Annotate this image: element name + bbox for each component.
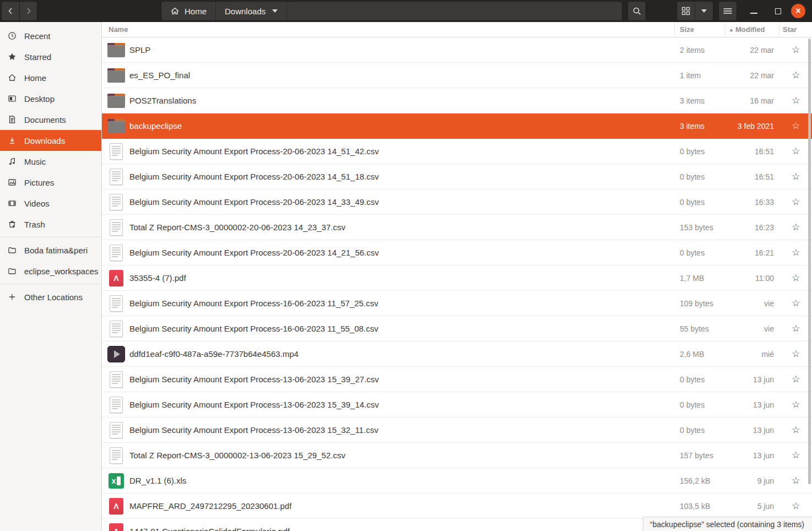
sidebar-item-label: Downloads [24, 136, 65, 145]
file-row[interactable]: Belgium Security Amount Export Process-1… [102, 291, 812, 316]
sidebar-item-videos[interactable]: Videos [0, 193, 101, 214]
star-toggle-icon[interactable]: ☆ [792, 197, 800, 207]
sidebar-item-boda-fatima-peri[interactable]: Boda fatima&peri [0, 240, 101, 261]
file-row[interactable]: Belgium Security Amount Export Process-1… [102, 367, 812, 392]
star-toggle-icon[interactable]: ☆ [792, 146, 800, 156]
sidebar-item-label: Trash [24, 220, 45, 229]
file-row[interactable]: Belgium Security Amount Export Process-2… [102, 240, 812, 266]
forward-button[interactable] [19, 1, 37, 21]
file-size: 0 bytes [675, 375, 726, 384]
file-row[interactable]: Total Z Report-CMS-3_0000002-20-06-2023 … [102, 215, 812, 240]
star-toggle-icon[interactable]: ☆ [792, 374, 800, 384]
file-row[interactable]: SPLP2 items22 mar☆ [102, 37, 812, 63]
file-row[interactable]: Total Z Report-CMS-3_0000002-13-06-2023 … [102, 443, 812, 468]
chevron-left-icon [7, 7, 14, 15]
menu-button[interactable] [718, 1, 737, 21]
sidebar-item-downloads[interactable]: Downloads [0, 130, 101, 151]
back-button[interactable] [1, 1, 19, 21]
column-header-star[interactable]: Star [779, 22, 812, 37]
file-row[interactable]: ΛMAPFRE_ARD_2497212295_20230601.pdf103,5… [102, 494, 812, 519]
sidebar-item-trash[interactable]: Trash [0, 214, 101, 235]
file-row[interactable]: ddfd1eaf-c9f0-487a-a59e-7737b64e4563.mp4… [102, 342, 812, 367]
star-toggle-icon[interactable]: ☆ [792, 273, 800, 283]
file-name: Belgium Security Amount Export Process-1… [129, 324, 378, 333]
file-name-cell: backupeclipse [102, 117, 675, 135]
maximize-button[interactable] [770, 1, 786, 21]
file-size: 1,7 MB [675, 274, 726, 283]
column-header-modified[interactable]: ▴ Modified [726, 22, 779, 37]
file-row[interactable]: Belgium Security Amount Export Process-1… [102, 418, 812, 443]
file-modified: 16 mar [726, 96, 779, 105]
file-row[interactable]: Belgium Security Amount Export Process-2… [102, 164, 812, 189]
file-name: DR_v1.1 (6).xls [129, 476, 186, 485]
grid-view-icon [681, 7, 690, 15]
search-icon [632, 7, 642, 16]
file-name-cell: Belgium Security Amount Export Process-2… [102, 168, 675, 186]
file-row[interactable]: xDR_v1.1 (6).xls156,2 kB9 jun☆ [102, 468, 812, 494]
file-row[interactable]: Belgium Security Amount Export Process-2… [102, 189, 812, 215]
scrollbar[interactable] [807, 37, 811, 517]
pathbar-current-button[interactable]: Downloads [216, 2, 287, 20]
file-name: SPLP [129, 45, 150, 55]
file-size: 0 bytes [675, 172, 726, 181]
file-name: Belgium Security Amount Export Process-1… [129, 425, 378, 435]
trash-icon [7, 220, 17, 229]
file-modified: 16:21 [726, 248, 779, 257]
file-row[interactable]: POS2Translations3 items16 mar☆ [102, 88, 812, 113]
star-toggle-icon[interactable]: ☆ [792, 501, 800, 511]
star-toggle-icon[interactable]: ☆ [792, 121, 800, 131]
star-toggle-icon[interactable]: ☆ [792, 45, 800, 55]
sidebar-item-music[interactable]: Music [0, 151, 101, 172]
sidebar-item-documents[interactable]: Documents [0, 109, 101, 130]
star-toggle-icon[interactable]: ☆ [792, 425, 800, 435]
pdf-file-icon: Λ [107, 523, 125, 531]
star-toggle-icon[interactable]: ☆ [792, 475, 800, 486]
file-size: 103,5 kB [675, 502, 726, 511]
star-toggle-icon[interactable]: ☆ [792, 399, 800, 410]
file-row[interactable]: backupeclipse3 items3 feb 2021☆ [102, 113, 812, 139]
star-toggle-icon[interactable]: ☆ [792, 247, 800, 258]
file-modified: 22 mar [726, 71, 779, 80]
star-toggle-icon[interactable]: ☆ [792, 349, 800, 359]
star-toggle-icon[interactable]: ☆ [792, 222, 800, 232]
sidebar-item-starred[interactable]: Starred [0, 46, 101, 67]
star-toggle-icon[interactable]: ☆ [792, 95, 800, 106]
star-toggle-icon[interactable]: ☆ [792, 298, 800, 308]
star-toggle-icon[interactable]: ☆ [792, 171, 800, 182]
search-button[interactable] [627, 1, 646, 21]
chevron-right-icon [25, 7, 33, 15]
file-modified: 22 mar [726, 46, 779, 55]
star-toggle-icon[interactable]: ☆ [792, 323, 800, 334]
sidebar-item-home[interactable]: Home [0, 67, 101, 88]
sidebar-item-label: Recent [24, 31, 51, 41]
file-size: 153 bytes [675, 223, 726, 232]
sidebar-item-recent[interactable]: Recent [0, 25, 101, 46]
file-row[interactable]: Belgium Security Amount Export Process-1… [102, 316, 812, 342]
sidebar-item-desktop[interactable]: Desktop [0, 88, 101, 109]
sidebar-item-pictures[interactable]: Pictures [0, 172, 101, 193]
column-header-size[interactable]: Size [675, 22, 726, 37]
file-row[interactable]: Belgium Security Amount Export Process-2… [102, 139, 812, 164]
file-name-cell: Belgium Security Amount Export Process-1… [102, 421, 675, 439]
file-modified: 16:51 [726, 147, 779, 156]
sidebar-item-eclipse-workspaces[interactable]: eclipse_workspaces [0, 261, 101, 281]
view-options-button[interactable] [695, 1, 713, 21]
file-modified: 11:00 [726, 274, 779, 283]
star-toggle-icon[interactable]: ☆ [792, 450, 800, 460]
pathbar-home-button[interactable]: Home [161, 2, 216, 20]
scrollbar-thumb[interactable] [808, 39, 811, 484]
star-toggle-icon[interactable]: ☆ [792, 70, 800, 80]
file-name-cell: SPLP [102, 41, 675, 59]
file-row[interactable]: es_ES_PO_final1 item22 mar☆ [102, 63, 812, 88]
column-header-name[interactable]: Name [102, 22, 675, 37]
file-name: 1447-01 CuestionarioCalidadFormulario.pd… [129, 527, 290, 531]
file-row[interactable]: Belgium Security Amount Export Process-1… [102, 392, 812, 418]
view-grid-button[interactable] [676, 1, 695, 21]
file-name: Belgium Security Amount Export Process-2… [129, 197, 379, 207]
close-button[interactable]: × [790, 1, 806, 21]
file-name: es_ES_PO_final [129, 71, 190, 80]
file-size: 109 bytes [675, 299, 726, 308]
file-row[interactable]: Λ35355-4 (7).pdf1,7 MB11:00☆ [102, 266, 812, 291]
minimize-button[interactable] [745, 1, 762, 21]
sidebar-item-other-locations[interactable]: Other Locations [0, 286, 101, 307]
